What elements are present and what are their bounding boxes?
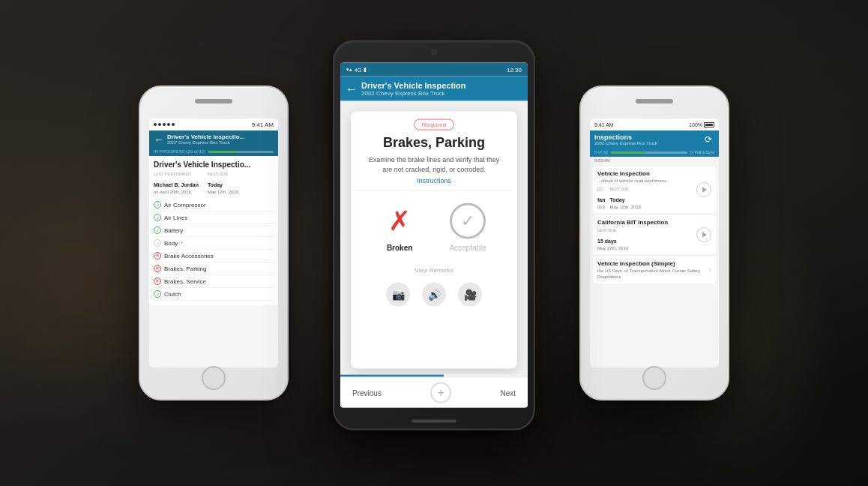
app-header-right: Inspections 2002 Chevy Express Rox Truck…	[590, 130, 719, 148]
check-icon	[154, 226, 161, 234]
card-content: Vehicle Inspection (Simple) the US Dept.…	[597, 260, 706, 280]
item-name: Brakes, Service	[164, 278, 206, 285]
list-item: ✕ Brake Accessories	[154, 250, 274, 262]
inspection-card[interactable]: Vehicle Inspection ...check of vehicle r…	[593, 166, 716, 213]
modal-card: Required Brakes, Parking Examine the bra…	[351, 112, 517, 369]
phone-left-shell: 9:41 AM ← Driver's Vehicle Inspectio... …	[139, 86, 289, 400]
header-text-left: Driver's Vehicle Inspectio... 2007 Chevy…	[167, 134, 274, 145]
progress-label-left: IN PROGRESS (28 of 62)	[154, 149, 205, 154]
phones-container: 9:41 AM ← Driver's Vehicle Inspectio... …	[0, 0, 868, 486]
pull-sync[interactable]: ⟳ Pull to Sync	[690, 150, 714, 154]
timestamp-row: 9:52AM	[590, 157, 719, 164]
card-content: Vehicle Inspection ...check of vehicle r…	[597, 170, 693, 209]
required-tag: Required	[414, 119, 454, 130]
time-left: 9:41 AM	[252, 122, 274, 128]
last-date: 016	[597, 205, 606, 209]
list-item: Body *	[154, 237, 274, 250]
battery-icon: ▮	[364, 67, 367, 73]
content-left: Driver's Vehicle Inspectio... LAST PERFO…	[149, 156, 278, 305]
back-arrow-left[interactable]: ←	[154, 134, 164, 145]
inspection-card[interactable]: Vehicle Inspection (Simple) the US Dept.…	[593, 256, 716, 284]
previous-button[interactable]: Previous	[352, 388, 382, 397]
header-text-right: Inspections 2002 Chevy Express Rox Truck	[594, 134, 657, 146]
progress-fill-right	[611, 152, 645, 154]
choice-broken[interactable]: ✗ Broken	[382, 203, 418, 252]
list-item: Air Compressor	[154, 199, 274, 212]
play-triangle-icon	[702, 187, 707, 193]
phone-center-shell: ▾▴ 4G ▮ 12:30 ← Driver's Vehicle Inspect…	[333, 40, 535, 430]
status-bar-center: ▾▴ 4G ▮ 12:30	[340, 63, 528, 76]
card-title: Vehicle Inspection (Simple)	[597, 260, 706, 267]
phone-right-speaker	[636, 99, 673, 104]
modal-instructions[interactable]: Instructions	[351, 177, 517, 190]
app-header-left: ← Driver's Vehicle Inspectio... 2007 Che…	[149, 130, 278, 148]
choice-acceptable[interactable]: Acceptable	[449, 203, 486, 252]
phone-center-screen: ▾▴ 4G ▮ 12:30 ← Driver's Vehicle Inspect…	[340, 63, 528, 408]
list-item: Battery	[154, 224, 274, 237]
modal-description: Examine the brake lines and verify that …	[351, 155, 517, 177]
phone-left-speaker	[195, 99, 232, 104]
video-icon-btn[interactable]: 🎥	[458, 283, 482, 307]
progress-track-left	[208, 151, 274, 153]
inspections-list: Vehicle Inspection ...check of vehicle r…	[590, 164, 719, 286]
check-icon	[154, 214, 161, 221]
modal-title: Brakes, Parking	[351, 135, 517, 155]
check-icon	[154, 239, 161, 247]
last-performed-name: Michael B. Jordan	[154, 182, 199, 188]
header-title-left: Driver's Vehicle Inspectio...	[167, 134, 274, 140]
broken-icon: ✗	[382, 203, 418, 239]
timestamp: 9:52AM	[594, 158, 610, 163]
list-item: ✕ Brakes, Parking	[154, 262, 274, 275]
broken-label: Broken	[387, 244, 412, 252]
bottom-nav-center: Previous + Next	[340, 377, 528, 408]
item-name: Battery	[164, 227, 183, 234]
plus-button[interactable]: +	[430, 382, 451, 404]
header-title-center: Driver's Vehicle Inspection	[361, 81, 522, 90]
progress-bar-left: IN PROGRESS (28 of 62)	[149, 148, 278, 156]
home-button-left[interactable]	[202, 366, 226, 390]
next-label: NEXT DUE	[597, 228, 628, 232]
network-icon: 4G	[355, 67, 361, 72]
card-desc: ...check of vehicle road-worthiness.	[597, 178, 693, 184]
card-content: California BIT Inspection NEXT DUE 15 da…	[597, 219, 693, 250]
last-val: fan	[597, 197, 606, 202]
view-remarks[interactable]: View Remarks	[351, 264, 517, 280]
home-button-right[interactable]	[642, 366, 666, 390]
play-triangle-icon	[702, 232, 707, 238]
next-val: 15 days	[597, 238, 617, 244]
check-large-icon	[450, 203, 486, 239]
modal-choices: ✗ Broken Acceptable	[351, 191, 517, 264]
audio-icon-btn[interactable]: 🔊	[422, 283, 446, 307]
progress-track-right	[611, 152, 687, 154]
next-due-value: Today	[208, 182, 223, 188]
modal-icons-row: 📷 🔊 🎥	[351, 280, 517, 314]
back-arrow-center[interactable]: ←	[346, 83, 357, 94]
card-desc: the US Dept. of Transportation Motor Car…	[597, 268, 706, 280]
sync-icon[interactable]: ⟳	[702, 134, 714, 146]
play-button[interactable]	[696, 227, 711, 242]
next-date: May 12th, 2016	[610, 205, 641, 209]
progress-bar-right: 5 of 62 ⟳ Pull to Sync	[590, 148, 719, 157]
required-badge: Required	[351, 112, 517, 135]
next-button[interactable]: Next	[500, 388, 516, 397]
camera-icon-btn[interactable]: 📷	[386, 283, 410, 307]
meta-col-next: NEXT DUE Today May 12th, 2016	[610, 187, 641, 209]
last-performed-col: LAST PERFORMED Michael B. Jordan on Apri…	[154, 172, 199, 194]
progress-label-right: 5 of 62	[594, 150, 608, 154]
item-name: Body	[164, 240, 178, 247]
phone-right-screen: 9:41 AM 100% Inspections 2002 Chevy Expr…	[590, 118, 719, 368]
list-item: Clutch	[154, 288, 274, 301]
status-bar-left: 9:41 AM	[149, 118, 278, 130]
acceptable-label: Acceptable	[449, 244, 486, 252]
required-asterisk: *	[181, 241, 183, 246]
x-icon: ✕	[154, 278, 161, 285]
next-due-label: NEXT DUE	[208, 172, 238, 176]
phone-right-shell: 9:41 AM 100% Inspections 2002 Chevy Expr…	[579, 86, 729, 400]
inspection-card[interactable]: California BIT Inspection NEXT DUE 15 da…	[593, 215, 716, 254]
list-item: ✕ Brakes, Service	[154, 275, 274, 288]
play-button[interactable]	[696, 182, 711, 197]
signal-icon: ▾▴	[346, 67, 352, 73]
next-val: Today	[610, 197, 625, 202]
battery-fill	[705, 124, 713, 126]
list-item: Air Lines	[154, 212, 274, 224]
